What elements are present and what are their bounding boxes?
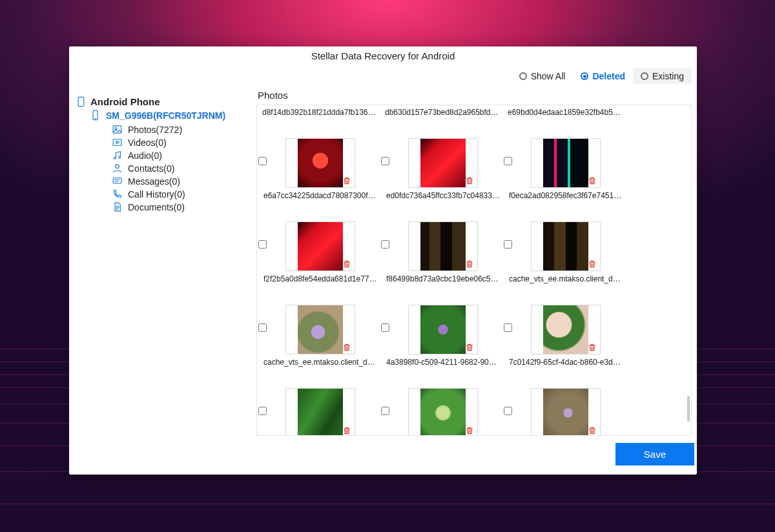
filter-label: Existing [652,71,684,81]
filename-label: f2f2b5a0d8fe54edda681d1e770f3... [264,274,377,283]
thumbnail-scroll[interactable]: d8f14db392b18f21ddda7fb136b01...db630d15… [257,105,691,435]
trash-icon [465,260,474,269]
thumbnail-cell[interactable]: ed0fdc736a45ffcc33fb7c0483398... [385,136,501,200]
thumbnail-image[interactable] [285,221,355,271]
thumbnail-image[interactable] [531,305,601,354]
radio-icon [641,72,648,80]
thumbnail-cell[interactable]: e6a7cc34225ddacd78087300f57... [262,136,378,200]
filename-label: f0eca2ad082958fec3f67e7451276... [509,191,623,200]
main-panel: Photos d8f14db392b18f21ddda7fb136b01...d… [256,88,697,436]
thumbnail-image[interactable] [408,388,478,436]
select-checkbox[interactable] [504,407,512,415]
thumbnail-cell[interactable] [262,386,378,435]
audio-icon [112,150,123,161]
trash-icon [342,260,351,269]
filename-label: e69bd0d4edaac1859e32fb4b546f... [508,105,621,117]
select-checkbox[interactable] [381,157,389,165]
thumbnail-image[interactable] [531,388,601,436]
sidebar-item-photos[interactable]: Photos(7272) [112,123,253,136]
sidebar-item-contacts[interactable]: Contacts(0) [112,162,253,174]
select-checkbox[interactable] [381,323,389,332]
select-checkbox[interactable] [381,407,389,415]
filename-label: ed0fdc736a45ffcc33fb7c0483398... [386,191,500,200]
filename-label: e6a7cc34225ddacd78087300f57... [264,191,377,200]
filter-label: Deleted [592,71,625,81]
trash-icon [465,176,474,185]
svg-point-7 [118,156,120,158]
thumbnail-cell[interactable]: cache_vts_ee.mtakso.client_de3... [508,220,624,283]
footer: Save [69,436,697,475]
select-checkbox[interactable] [258,407,267,415]
sidebar-item-label: Call History(0) [128,189,185,200]
select-checkbox[interactable] [504,240,512,249]
svg-rect-1 [93,110,98,119]
filename-label: db630d157e73bed8d2a965bfdb20... [385,105,499,117]
thumbnail-image[interactable] [408,138,478,188]
radio-icon [581,72,588,80]
photo-icon [112,124,123,135]
select-checkbox[interactable] [504,157,512,165]
filter-existing[interactable]: Existing [633,68,692,84]
select-checkbox[interactable] [504,323,512,332]
sidebar: Android Phone SM_G996B(RFCR50TJRNM) Phot… [69,88,256,436]
save-button[interactable]: Save [615,443,694,466]
sidebar-item-messages[interactable]: Messages(0) [112,175,253,187]
thumbnail-grid-container: d8f14db392b18f21ddda7fb136b01...db630d15… [256,105,692,436]
select-checkbox[interactable] [258,323,267,332]
thumbnail-cell[interactable]: 7c0142f9-65cf-4dac-b860-e3dd4d... [508,303,624,367]
trash-icon [588,176,597,185]
thumbnail-cell[interactable]: f86499b8d73a9cbc19ebe06c535... [385,220,501,283]
trash-icon [342,426,351,435]
thumbnail-image[interactable] [408,305,478,354]
window-title: Stellar Data Recovery for Android [69,46,697,64]
sidebar-item-documents[interactable]: Documents(0) [112,201,253,213]
filter-show-all[interactable]: Show All [512,68,574,84]
thumbnail-cell[interactable]: 4a3898f0-c509-4211-9682-902da... [385,303,501,367]
filename-label: 4a3898f0-c509-4211-9682-902da... [386,358,500,367]
category-list: Photos(7272) Videos(0) Audio(0) Contacts… [76,123,253,213]
trash-icon [342,343,351,352]
device-node[interactable]: SM_G996B(RFCR50TJRNM) [76,110,253,121]
phone-icon [76,96,87,107]
sidebar-item-label: Audio(0) [128,150,162,161]
thumbnail-image[interactable] [285,305,355,354]
svg-rect-5 [113,139,121,146]
svg-rect-3 [113,126,121,133]
filter-label: Show All [531,71,566,81]
thumbnail-image[interactable] [285,138,355,188]
filename-label: f86499b8d73a9cbc19ebe06c535... [386,274,500,283]
scrollbar-thumb[interactable] [687,396,690,422]
sidebar-item-audio[interactable]: Audio(0) [112,149,253,161]
svg-point-6 [114,157,116,159]
thumbnail-image[interactable] [285,388,355,436]
call-icon [112,189,123,200]
section-title: Photos [256,88,692,105]
filename-label: cache_vts_ee.mtakso.client_de3... [509,274,623,283]
trash-icon [588,343,597,352]
sidebar-item-label: Documents(0) [128,202,185,212]
svg-point-8 [116,165,119,169]
thumbnail-image[interactable] [531,221,601,271]
thumbnail-cell[interactable]: f0eca2ad082958fec3f67e7451276... [508,136,624,200]
thumbnail-cell[interactable] [385,386,501,435]
thumbnail-image[interactable] [531,138,601,188]
message-icon [112,176,123,187]
filename-label: cache_vts_ee.mtakso.client_defa... [264,358,377,367]
select-checkbox[interactable] [258,240,267,249]
thumbnail-cell[interactable]: f2f2b5a0d8fe54edda681d1e770f3... [262,220,378,283]
tree-root[interactable]: Android Phone [76,96,253,107]
thumbnail-cell[interactable]: cache_vts_ee.mtakso.client_defa... [262,303,378,367]
thumbnail-cell[interactable] [508,386,624,435]
trash-icon [342,176,351,185]
filter-deleted[interactable]: Deleted [573,68,633,84]
sidebar-item-videos[interactable]: Videos(0) [112,136,253,148]
select-checkbox[interactable] [381,240,389,249]
select-checkbox[interactable] [258,157,267,165]
trash-icon [588,426,597,435]
root-label: Android Phone [90,96,160,107]
thumbnail-image[interactable] [408,221,478,271]
svg-rect-9 [113,178,121,184]
sidebar-item-label: Messages(0) [128,176,180,187]
sidebar-item-call-history[interactable]: Call History(0) [112,188,253,200]
filename-label: 7c0142f9-65cf-4dac-b860-e3dd4d... [509,358,623,367]
